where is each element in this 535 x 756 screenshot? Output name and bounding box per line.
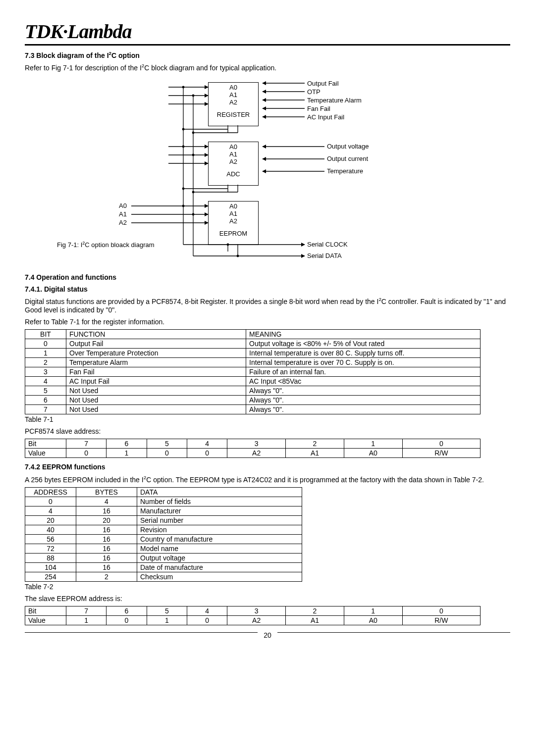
table-row: 4AC Input FailAC Input <85Vac (25, 377, 481, 386)
register-pin-a2: A2 (209, 99, 258, 106)
page-footer: 20 (25, 632, 510, 639)
addr-cell: A2 (227, 449, 286, 458)
section-7-3-text: Refer to Fig 7-1 for description of the … (25, 63, 510, 72)
svg-point-32 (192, 132, 195, 134)
label-temp-alarm: Temperature Alarm (307, 97, 362, 104)
addr-cell: 0 (147, 449, 187, 458)
table-row: 2Temperature AlarmInternal temperature i… (25, 358, 481, 367)
register-table: BIT FUNCTION MEANING 0Output FailOutput … (25, 329, 481, 414)
addr-cell: R/W (402, 449, 480, 458)
addr-cell: 1 (344, 439, 402, 449)
label-temperature: Temperature (327, 167, 363, 175)
addr-cell: 1 (66, 616, 107, 625)
eeprom-table: ADDRESS BYTES DATA 04Number of fields416… (25, 487, 302, 582)
label-ac-input-fail: AC Input Fail (307, 113, 344, 121)
section-7-4-head: 7.4 Operation and functions (25, 273, 510, 282)
label-serial-clock: Serial CLOCK (307, 241, 348, 248)
brand-logo: TDK·Lambda (25, 20, 510, 43)
addr-label: Bit (25, 606, 66, 616)
addr-cell: 7 (66, 439, 107, 449)
svg-point-8 (192, 95, 195, 97)
pcf-addr-table: Bit76543210 Value0100A2A1A0R/W (25, 439, 481, 458)
addr-cell: 3 (227, 439, 286, 449)
addr-cell: 0 (107, 616, 147, 625)
addr-cell: 4 (187, 606, 227, 616)
svg-point-17 (182, 205, 185, 207)
section-7-3-head: 7.3 Block diagram of the I2C option (25, 50, 510, 60)
label-output-fail: Output Fail (307, 80, 339, 87)
svg-point-18 (192, 213, 195, 216)
addr-cell: 7 (66, 606, 107, 616)
addr-cell: 0 (187, 449, 227, 458)
table-7-2-caption: Table 7-2 (25, 583, 510, 592)
addr-cell: 1 (147, 616, 187, 625)
addr-cell: 0 (402, 606, 480, 616)
addr-cell: A0 (344, 616, 402, 625)
label-serial-data: Serial DATA (307, 252, 342, 259)
table-row: 04Number of fields (25, 497, 302, 506)
adc-block: A0 A1 A2 ADC (208, 142, 259, 186)
eep-addr-label: The slave EEPROM address is: (25, 595, 510, 604)
adc-label: ADC (209, 170, 258, 178)
table-row: 3Fan FailFailure of an internal fan. (25, 367, 481, 377)
table-row: 5616Country of manufacture (25, 535, 302, 544)
reg-h-func: FUNCTION (66, 330, 246, 339)
label-fan-fail: Fan Fail (307, 105, 330, 112)
table-row: 2020Serial number (25, 516, 302, 525)
block-diagram: A0 A1 A2 REGISTER A0 A1 A2 ADC A0 A1 A2 … (40, 77, 495, 270)
addr-cell: 5 (147, 606, 187, 616)
section-7-4-2-head: 7.4.2 EEPROM functions (25, 463, 510, 472)
svg-point-12 (182, 146, 185, 148)
table-row: 5Not UsedAlways "0". (25, 386, 481, 396)
addr-cell: 6 (107, 439, 147, 449)
eeprom-pin-a2: A2 (209, 217, 258, 225)
reg-h-bit: BIT (25, 330, 66, 339)
eeprom-pin-a1: A1 (209, 210, 258, 217)
addr-cell: 3 (227, 606, 286, 616)
addr-cell: 0 (66, 449, 107, 458)
reg-h-mean: MEANING (246, 330, 481, 339)
eep-h-bytes: BYTES (76, 488, 137, 497)
table-row: 1Over Temperature ProtectionInternal tem… (25, 349, 481, 358)
svg-point-37 (182, 188, 185, 190)
addr-cell: 1 (344, 606, 402, 616)
eep-h-data: DATA (137, 488, 302, 497)
addr-cell: A0 (344, 449, 402, 458)
table-row: 6Not UsedAlways "0". (25, 396, 481, 405)
eeprom-label: EEPROM (209, 230, 258, 237)
adc-pin-a0: A0 (209, 143, 258, 151)
section-7-4-1-head: 7.4.1. Digital status (25, 285, 510, 294)
table-row: 10416Date of manufacture (25, 563, 302, 572)
register-pin-a1: A1 (209, 91, 258, 99)
addr-cell: A1 (286, 616, 344, 625)
adc-pin-a2: A2 (209, 158, 258, 165)
ext-a0: A0 (119, 202, 127, 209)
section-7-4-1-p1: Digital status functions are provided by… (25, 297, 510, 315)
adc-pin-a1: A1 (209, 151, 258, 158)
label-otp: OTP (307, 88, 321, 96)
page-number: 20 (258, 631, 277, 639)
addr-label: Value (25, 616, 66, 625)
addr-cell: 1 (107, 449, 147, 458)
addr-label: Bit (25, 439, 66, 449)
eep-addr-table: Bit76543210 Value1010A2A1A0R/W (25, 606, 481, 625)
table-row: 8816Output voltage (25, 554, 302, 563)
eeprom-block: A0 A1 A2 EEPROM (208, 201, 259, 245)
section-7-4-2-p: A 256 bytes EEPROM included in the I2C o… (25, 475, 510, 484)
addr-cell: 6 (107, 606, 147, 616)
addr-cell: 4 (187, 439, 227, 449)
svg-point-7 (182, 86, 185, 89)
table-row: 7Not UsedAlways "0". (25, 405, 481, 414)
table-row: 0Output FailOutput voltage is <80% +/- 5… (25, 339, 481, 349)
register-pin-a0: A0 (209, 84, 258, 91)
label-output-voltage: Output voltage (327, 143, 369, 150)
eeprom-pin-a0: A0 (209, 202, 258, 210)
addr-cell: 0 (187, 616, 227, 625)
table-row: 7216Model name (25, 544, 302, 554)
diagram-caption: Fig 7-1: I2C option bloack diagram (57, 241, 155, 249)
addr-cell: A2 (227, 616, 286, 625)
addr-cell: 5 (147, 439, 187, 449)
table-7-1-caption: Table 7-1 (25, 415, 510, 424)
ext-a1: A1 (119, 210, 127, 218)
table-row: 2542Checksum (25, 572, 302, 582)
